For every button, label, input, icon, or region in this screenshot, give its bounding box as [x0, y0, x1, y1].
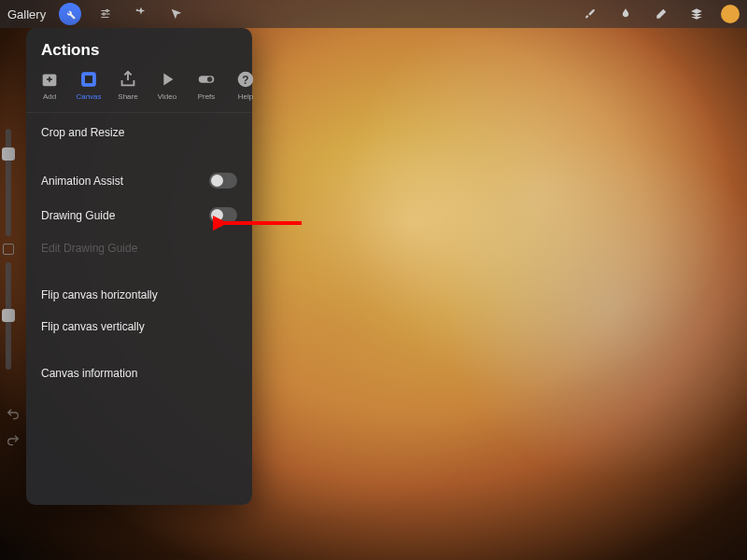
menu-animation-assist[interactable]: Animation Assist [26, 163, 252, 198]
menu-flip-vertical[interactable]: Flip canvas vertically [26, 311, 252, 343]
redo-icon[interactable] [6, 433, 21, 448]
svg-rect-4 [84, 75, 92, 83]
actions-panel: Actions Add Canvas Share Video Prefs ? H… [26, 28, 252, 505]
menu-crop-resize[interactable]: Crop and Resize [26, 117, 252, 148]
panel-title: Actions [26, 28, 252, 69]
svg-text:?: ? [242, 74, 248, 87]
menu-edit-drawing-guide: Edit Drawing Guide [26, 232, 252, 264]
canvas-menu: Crop and Resize Animation Assist Drawing… [26, 113, 252, 393]
add-icon [39, 69, 60, 90]
slider-knob[interactable] [2, 309, 15, 322]
guide-toggle[interactable] [209, 207, 237, 223]
brush-icon[interactable] [579, 3, 601, 25]
tab-video[interactable]: Video [155, 69, 179, 101]
panel-tabs: Add Canvas Share Video Prefs ? Help [26, 69, 252, 113]
tab-share[interactable]: Share [116, 69, 140, 101]
top-toolbar: Gallery [0, 0, 747, 28]
tab-canvas[interactable]: Canvas [77, 69, 101, 101]
tab-help[interactable]: ? Help [233, 69, 258, 101]
share-icon [118, 69, 138, 90]
color-swatch[interactable] [721, 5, 740, 23]
toolbar-left: Gallery [7, 3, 188, 25]
selection-icon[interactable] [130, 3, 152, 25]
menu-canvas-info[interactable]: Canvas information [26, 357, 252, 389]
brush-size-slider[interactable] [6, 129, 11, 236]
svg-point-6 [207, 77, 213, 82]
layers-icon[interactable] [685, 3, 708, 25]
svg-point-0 [106, 9, 108, 11]
video-icon [157, 69, 177, 90]
smudge-icon[interactable] [614, 3, 637, 25]
svg-point-1 [103, 13, 105, 15]
menu-drawing-guide[interactable]: Drawing Guide [26, 198, 252, 232]
undo-redo [6, 407, 21, 448]
wrench-icon[interactable] [59, 3, 81, 25]
canvas-icon [78, 69, 99, 90]
tab-add[interactable]: Add [37, 69, 62, 101]
animation-toggle[interactable] [209, 173, 237, 189]
menu-flip-horizontal[interactable]: Flip canvas horizontally [26, 279, 252, 311]
tab-prefs[interactable]: Prefs [194, 69, 218, 101]
adjustments-icon[interactable] [94, 3, 117, 25]
slider-knob[interactable] [2, 147, 15, 161]
eraser-icon[interactable] [650, 3, 672, 25]
prefs-icon [196, 69, 217, 90]
toolbar-right [579, 3, 740, 25]
help-icon: ? [235, 69, 256, 90]
side-sliders [0, 121, 17, 377]
move-icon[interactable] [165, 3, 188, 25]
modifier-button[interactable] [3, 244, 14, 255]
undo-icon[interactable] [6, 407, 21, 422]
opacity-slider[interactable] [6, 262, 11, 370]
gallery-button[interactable]: Gallery [7, 7, 46, 21]
